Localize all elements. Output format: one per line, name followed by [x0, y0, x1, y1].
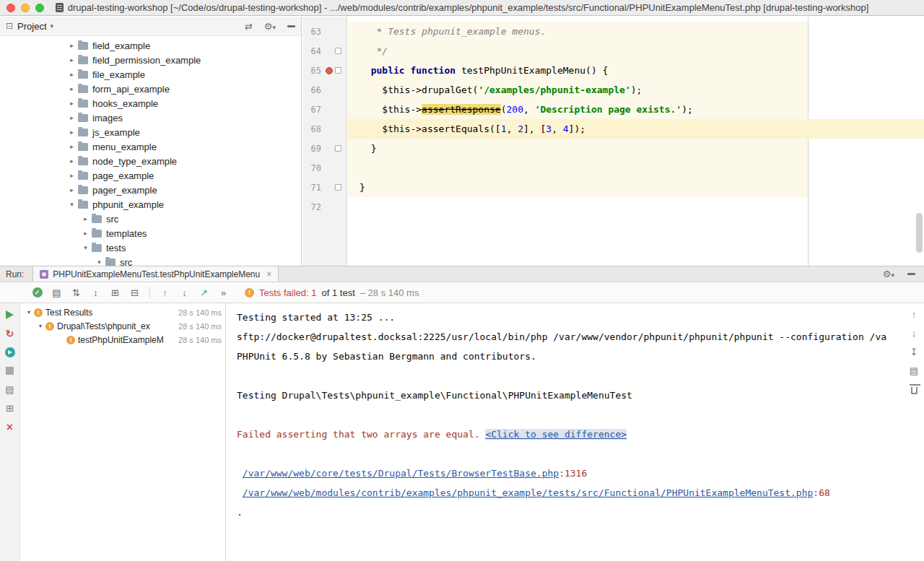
project-tree-item[interactable]: ▸images: [0, 110, 301, 125]
hide-panel-icon[interactable]: [907, 273, 915, 275]
fold-marker-icon[interactable]: [335, 48, 341, 54]
project-tree-item[interactable]: ▸src: [0, 212, 301, 226]
project-tree-item[interactable]: ▸file_example: [0, 67, 301, 82]
chevron-right-icon[interactable]: ▸: [67, 56, 77, 64]
chevron-right-icon[interactable]: ▸: [81, 215, 90, 222]
navigate-down-stacktrace-button[interactable]: ↓: [908, 327, 920, 339]
chevron-right-icon[interactable]: ▸: [67, 129, 77, 136]
project-tree-item[interactable]: ▸templates: [0, 226, 301, 240]
chevron-right-icon[interactable]: ▸: [67, 114, 77, 121]
navigate-up-stacktrace-button[interactable]: ↑: [908, 308, 920, 320]
folder-icon: [78, 201, 88, 209]
stop-button[interactable]: [4, 365, 17, 377]
expand-all-button[interactable]: ⊞: [105, 287, 125, 298]
chevron-right-icon[interactable]: ▸: [67, 186, 77, 193]
rerun-failed-tests-button[interactable]: ↻: [4, 327, 17, 339]
close-panel-button[interactable]: ×: [4, 421, 17, 433]
close-window-button[interactable]: [6, 4, 15, 12]
project-tree-item[interactable]: ▸js_example: [0, 125, 301, 139]
project-tree-item[interactable]: ▾tests: [0, 240, 301, 255]
fold-marker-icon[interactable]: [335, 145, 341, 152]
gutter-row: 70: [302, 158, 346, 178]
close-tab-icon[interactable]: ×: [266, 269, 271, 279]
code-line[interactable]: public function testPhpUnitExampleMenu()…: [348, 61, 924, 80]
project-tree-item[interactable]: ▾phpunit_example: [0, 197, 301, 212]
test-console-output[interactable]: Testing started at 13:25 ...sftp://docke…: [227, 303, 904, 561]
export-test-results-button[interactable]: ↗: [194, 287, 214, 298]
test-tree-item[interactable]: !testPhpUnitExampleM28 s 140 ms: [21, 333, 225, 347]
chevron-right-icon[interactable]: ▸: [67, 143, 77, 150]
code-area[interactable]: * Tests phpunit_example menus. */ public…: [348, 17, 924, 266]
gear-icon[interactable]: ⚙▾: [883, 269, 894, 279]
show-console-button[interactable]: ▤: [4, 383, 17, 396]
check-icon: ✓: [32, 287, 43, 297]
sort-alphabetically-button[interactable]: ⇅: [66, 287, 86, 298]
sort-by-duration-button[interactable]: ↕: [86, 287, 105, 298]
project-panel-title[interactable]: Project: [17, 21, 46, 32]
fold-marker-icon[interactable]: [335, 184, 341, 191]
project-tree-item[interactable]: ▸form_api_example: [0, 82, 301, 96]
code-line[interactable]: $this->drupalGet('/examples/phpunit-exam…: [348, 80, 924, 100]
restore-layout-button[interactable]: ⊞: [4, 402, 17, 414]
console-link[interactable]: /var/www/web/modules/contrib/examples/ph…: [243, 487, 814, 498]
editor[interactable]: 63646566676869707172 * Tests phpunit_exa…: [302, 17, 924, 266]
chevron-down-icon[interactable]: ▾: [36, 323, 45, 329]
project-tree-item[interactable]: ▸node_type_example: [0, 154, 301, 168]
run-tab[interactable]: PHPUnitExampleMenuTest.testPhpUnitExampl…: [32, 266, 279, 282]
chevron-right-icon[interactable]: ▸: [67, 85, 77, 92]
test-tree-item[interactable]: ▾!Test Results28 s 140 ms: [21, 305, 225, 319]
project-tree-item[interactable]: ▸field_example: [0, 38, 301, 53]
gear-icon[interactable]: ⚙▾: [264, 21, 276, 32]
code-line[interactable]: $this->assertResponse(200, 'Description …: [348, 100, 924, 119]
folder-icon: [92, 244, 102, 252]
project-tree-item[interactable]: ▸page_example: [0, 168, 301, 183]
fold-marker-icon[interactable]: [335, 67, 341, 74]
chevron-right-icon[interactable]: ▸: [67, 42, 77, 49]
overflow-icon[interactable]: »: [214, 287, 233, 298]
console-link[interactable]: <Click to see difference>: [485, 429, 627, 440]
project-tree-item[interactable]: ▸pager_example: [0, 183, 301, 197]
project-tree: ▸field_example▸field_permission_example▸…: [0, 36, 301, 266]
show-passed-button[interactable]: ✓: [27, 287, 47, 297]
line-number: 63: [302, 27, 321, 37]
chevron-right-icon[interactable]: ▸: [67, 172, 77, 179]
rerun-button[interactable]: [4, 308, 17, 321]
editor-scrollbar[interactable]: [916, 213, 923, 253]
collapse-all-button[interactable]: ⊟: [125, 287, 144, 298]
clear-all-button[interactable]: [908, 383, 920, 395]
code-line[interactable]: }: [348, 139, 924, 158]
chevron-down-icon[interactable]: ▾: [51, 22, 54, 30]
scroll-from-source-icon[interactable]: ⇄: [245, 21, 253, 32]
console-link[interactable]: /var/www/web/core/tests/Drupal/Tests/Bro…: [243, 468, 559, 479]
code-line[interactable]: */: [348, 41, 924, 61]
project-tree-item[interactable]: ▸menu_example: [0, 139, 301, 154]
code-line[interactable]: [348, 197, 924, 217]
gutter-row: 68: [302, 119, 346, 139]
next-failed-test-button[interactable]: ↓: [175, 287, 194, 298]
print-button[interactable]: ▤: [908, 365, 920, 376]
chevron-right-icon[interactable]: ▸: [67, 100, 77, 107]
chevron-right-icon[interactable]: ▸: [81, 230, 90, 237]
project-tree-item[interactable]: ▸hooks_example: [0, 96, 301, 110]
project-tree-item[interactable]: ▾src: [0, 255, 301, 266]
project-tree-item[interactable]: ▸field_permission_example: [0, 53, 301, 67]
chevron-down-icon[interactable]: ▾: [67, 201, 77, 208]
code-line[interactable]: }: [348, 178, 924, 197]
scroll-to-end-button[interactable]: ↧: [908, 346, 920, 357]
show-ignored-button[interactable]: ▤: [47, 287, 66, 298]
test-tree-item[interactable]: ▾!Drupal\Tests\phpunit_ex28 s 140 ms: [21, 319, 225, 333]
chevron-down-icon[interactable]: ▾: [81, 244, 90, 251]
chevron-right-icon[interactable]: ▸: [67, 71, 77, 78]
code-line[interactable]: [348, 158, 924, 178]
chevron-down-icon[interactable]: ▾: [95, 258, 104, 266]
chevron-down-icon[interactable]: ▾: [25, 309, 33, 316]
minimize-window-button[interactable]: [21, 4, 30, 12]
chevron-right-icon[interactable]: ▸: [67, 157, 77, 165]
hide-panel-icon[interactable]: [287, 25, 295, 27]
code-line[interactable]: * Tests phpunit_example menus.: [348, 22, 924, 41]
previous-failed-test-button[interactable]: ↑: [155, 287, 175, 298]
test-failed-icon[interactable]: [326, 67, 333, 74]
code-line[interactable]: $this->assertEquals([1, 2], [3, 4]);: [348, 119, 924, 139]
zoom-window-button[interactable]: [35, 4, 44, 12]
toggle-auto-test-button[interactable]: [4, 346, 17, 358]
